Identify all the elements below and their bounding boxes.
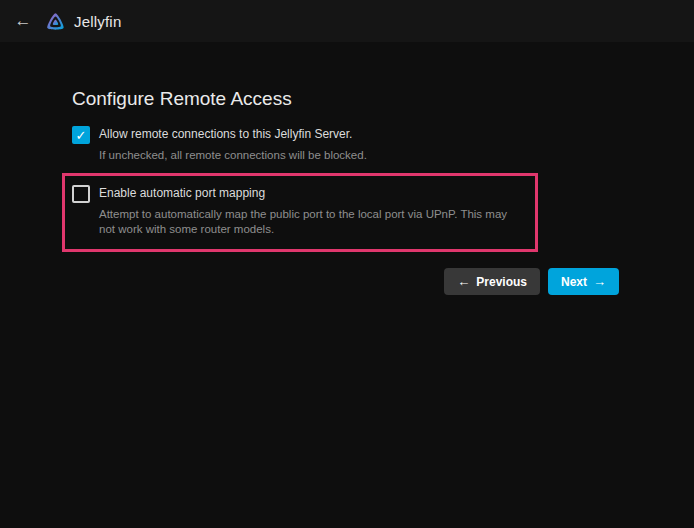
wizard-button-row: ← Previous Next → xyxy=(72,268,622,295)
previous-button[interactable]: ← Previous xyxy=(444,268,540,295)
arrow-right-icon: → xyxy=(593,275,606,288)
app-name: Jellyfin xyxy=(74,13,121,30)
previous-button-label: Previous xyxy=(476,275,527,289)
allow-remote-connections-label[interactable]: Allow remote connections to this Jellyfi… xyxy=(99,127,367,142)
arrow-left-icon: ← xyxy=(457,275,470,288)
check-icon: ✓ xyxy=(76,129,87,142)
field-text: Enable automatic port mapping Attempt to… xyxy=(99,184,525,236)
enable-port-mapping-checkbox[interactable] xyxy=(72,185,90,203)
next-button-label: Next xyxy=(561,275,587,289)
page-title: Configure Remote Access xyxy=(72,88,622,110)
allow-remote-connections-description: If unchecked, all remote connections wil… xyxy=(99,148,367,162)
highlight-annotation-box: Enable automatic port mapping Attempt to… xyxy=(62,173,538,252)
back-button[interactable]: ← xyxy=(10,8,36,34)
allow-remote-connections-checkbox[interactable]: ✓ xyxy=(72,126,90,144)
field-enable-port-mapping: Enable automatic port mapping Attempt to… xyxy=(72,184,525,236)
next-button[interactable]: Next → xyxy=(548,268,619,295)
wizard-content: Configure Remote Access ✓ Allow remote c… xyxy=(0,42,694,295)
enable-port-mapping-description: Attempt to automatically map the public … xyxy=(99,207,525,236)
field-text: Allow remote connections to this Jellyfi… xyxy=(99,125,367,162)
jellyfin-logo-icon xyxy=(45,11,66,32)
back-arrow-icon: ← xyxy=(15,11,32,31)
enable-port-mapping-label[interactable]: Enable automatic port mapping xyxy=(99,186,525,201)
field-allow-remote-connections: ✓ Allow remote connections to this Jelly… xyxy=(72,125,622,162)
top-header: ← Jellyfin xyxy=(0,0,694,42)
